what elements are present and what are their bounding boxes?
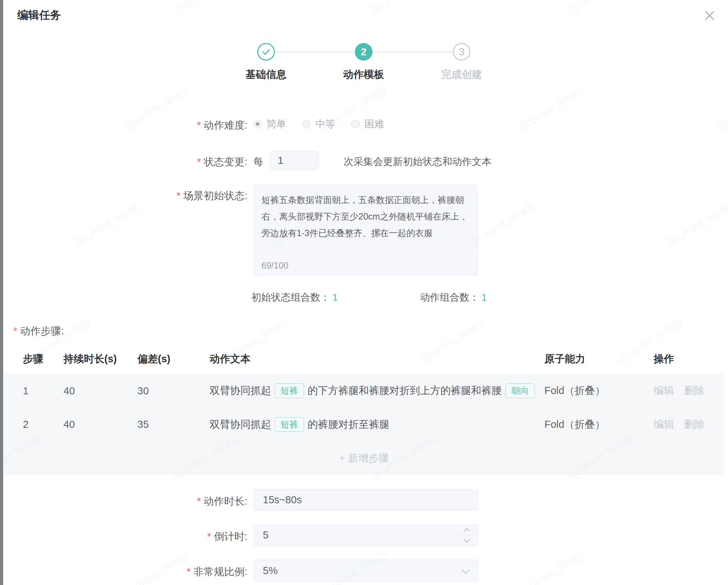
state-change-suffix: 次采集会更新初始状态和动作文本 (344, 155, 492, 168)
step-2-number: 2 (361, 46, 366, 58)
chevron-up-icon (464, 528, 470, 534)
step-2-indicator: 2 (355, 43, 372, 61)
close-icon (703, 9, 716, 22)
cell-duration: 40 (63, 419, 137, 430)
cell-actions: 编辑 删除 (654, 418, 724, 432)
radio-easy-label: 简单 (266, 117, 286, 131)
dialog-title: 编辑任务 (17, 8, 61, 23)
unusual-ratio-label: *非常规比例: (0, 565, 247, 579)
col-header-ability: 原子能力 (544, 352, 654, 366)
radio-circle (253, 120, 262, 128)
required-asterisk: * (207, 531, 211, 542)
radio-hard[interactable]: 困难 (351, 117, 384, 131)
required-asterisk: * (197, 495, 201, 507)
cell-action-text: 双臂协同抓起 短裤 的裤腰对折至裤腿 (210, 417, 544, 432)
table-header-row: 步骤 持续时长(s) 偏差(s) 动作文本 原子能力 操作 (4, 344, 724, 374)
radio-circle (302, 120, 311, 128)
dialog-header: 编辑任务 (3, 0, 728, 32)
close-button[interactable] (701, 7, 718, 24)
cell-ability: Fold（折叠） (544, 418, 654, 432)
object-tag: 短裤 (274, 383, 304, 398)
edit-task-dialog: 编辑任务 2 3 基础信息 动作模板 完成创建 *动作难度: (0, 0, 728, 585)
required-asterisk: * (177, 190, 180, 201)
step-2-label: 动作模板 (307, 68, 420, 82)
action-steps-table: 步骤 持续时长(s) 偏差(s) 动作文本 原子能力 操作 1 40 30 双臂… (4, 344, 724, 475)
difficulty-radio-group: 简单 中等 困难 (253, 117, 400, 131)
cell-action-text: 双臂协同抓起 短裤 的下方裤腿和裤腰对折到上方的裤腿和裤腰 朝向 (210, 383, 544, 398)
step-3-label: 完成创建 (405, 68, 518, 82)
delete-link[interactable]: 删除 (684, 418, 704, 432)
step-1-label: 基础信息 (210, 68, 322, 82)
initial-combo-count: 初始状态组合数：1 (251, 291, 338, 304)
step-1-indicator (257, 43, 275, 61)
add-step-button[interactable]: + 新增步骤 (4, 442, 724, 475)
radio-medium[interactable]: 中等 (302, 117, 335, 131)
step-connector (373, 51, 452, 53)
duration-label: *动作时长: (0, 494, 247, 509)
step-3-number: 3 (459, 46, 464, 58)
table-row: 1 40 30 双臂协同抓起 短裤 的下方裤腿和裤腰对折到上方的裤腿和裤腰 朝向… (4, 374, 724, 408)
countdown-label: *倒计时: (0, 530, 247, 544)
cell-duration: 40 (63, 385, 137, 397)
cell-ability: Fold（折叠） (544, 384, 654, 398)
initial-state-label: *场景初始状态: (0, 189, 247, 203)
chevron-down-icon (462, 566, 470, 574)
col-header-step: 步骤 (23, 352, 63, 366)
required-asterisk: * (187, 566, 191, 577)
unusual-ratio-value: 5% (263, 565, 278, 576)
required-asterisk: * (13, 325, 17, 337)
edit-link[interactable]: 编辑 (654, 418, 674, 432)
char-counter: 69/100 (261, 260, 288, 271)
radio-medium-label: 中等 (315, 117, 335, 131)
step-3-indicator: 3 (453, 43, 470, 61)
col-header-offset: 偏差(s) (137, 352, 210, 366)
cell-step: 1 (23, 385, 63, 397)
delete-link[interactable]: 删除 (684, 384, 704, 398)
difficulty-label: *动作难度: (0, 118, 247, 133)
radio-easy[interactable]: 简单 (253, 117, 286, 131)
duration-input[interactable]: 15s~80s (253, 489, 478, 511)
orientation-tag: 朝向 (505, 383, 535, 398)
col-header-duration: 持续时长(s) (63, 352, 137, 366)
step-connector (276, 51, 354, 53)
edit-link[interactable]: 编辑 (654, 384, 674, 398)
radio-circle (351, 120, 360, 128)
initial-state-textarea[interactable]: 短裤五条数据背面朝上，五条数据正面朝上，裤腰朝右，离头部视野下方至少20cm之外… (253, 185, 478, 276)
cell-offset: 30 (137, 385, 210, 397)
table-row: 2 40 35 双臂协同抓起 短裤 的裤腰对折至裤腿 Fold（折叠） 编辑 删… (4, 408, 724, 442)
action-combo-count: 动作组合数：1 (420, 291, 487, 304)
required-asterisk: * (197, 156, 201, 167)
decrease-button[interactable] (456, 535, 478, 546)
initial-combo-value: 1 (332, 292, 338, 303)
action-steps-section-label: *动作步骤: (13, 324, 64, 338)
action-combo-value: 1 (481, 292, 487, 303)
col-header-actions: 操作 (654, 352, 724, 366)
check-icon (261, 47, 271, 56)
countdown-input[interactable]: 5 (253, 524, 478, 546)
cell-step: 2 (23, 419, 63, 430)
state-change-prefix: 每 (253, 155, 263, 168)
number-spinner (456, 525, 478, 546)
radio-hard-label: 困难 (364, 117, 384, 131)
cell-offset: 35 (137, 419, 210, 430)
unusual-ratio-select[interactable]: 5% (253, 560, 478, 581)
chevron-down-icon (464, 536, 470, 542)
col-header-text: 动作文本 (210, 352, 544, 366)
initial-state-text: 短裤五条数据背面朝上，五条数据正面朝上，裤腰朝右，离头部视野下方至少20cm之外… (261, 192, 470, 241)
required-asterisk: * (197, 119, 201, 131)
object-tag: 短裤 (274, 417, 304, 432)
countdown-value: 5 (263, 529, 269, 541)
increase-button[interactable] (456, 525, 478, 535)
cell-actions: 编辑 删除 (654, 384, 724, 398)
state-change-input[interactable]: 1 (270, 151, 319, 170)
state-change-label: *状态变更: (0, 155, 247, 169)
